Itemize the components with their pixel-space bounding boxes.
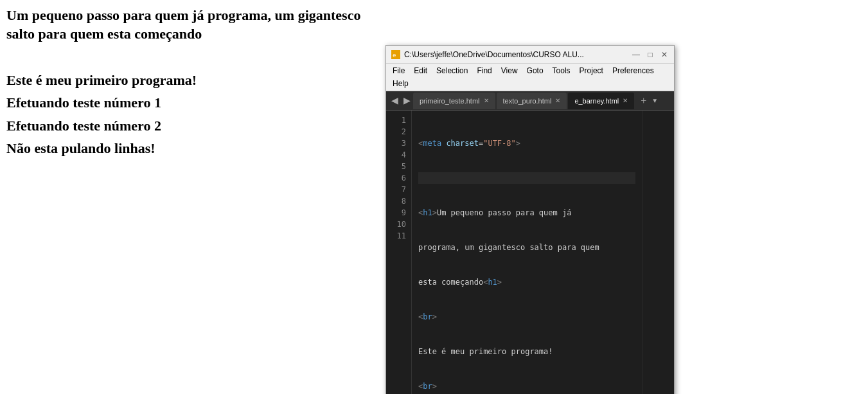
menu-find[interactable]: Find xyxy=(473,65,495,76)
menu-edit[interactable]: Edit xyxy=(410,65,431,76)
code-content: <meta charset="UTF-8"> ​ <h1>Um pequeno … xyxy=(412,111,642,394)
new-tab-button[interactable]: + xyxy=(637,95,650,107)
menu-bar: File Edit Selection Find View Goto Tools… xyxy=(386,64,674,91)
tab-dropdown-button[interactable]: ▼ xyxy=(650,97,659,104)
menu-selection[interactable]: Selection xyxy=(432,65,472,76)
editor-window: e C:\Users\jeffe\OneDrive\Documentos\CUR… xyxy=(385,45,675,394)
app-icon: e xyxy=(391,50,400,59)
close-button[interactable]: ✕ xyxy=(660,50,669,59)
tab-next-button[interactable]: ▶ xyxy=(401,95,413,106)
tab-label-barney: e_barney.html xyxy=(574,97,619,105)
tab-prev-button[interactable]: ◀ xyxy=(389,95,401,106)
left-panel: Um pequeno passo para quem já programa, … xyxy=(6,6,373,159)
tab-primeiro[interactable]: primeiro_teste.html ✕ xyxy=(413,93,495,109)
menu-tools[interactable]: Tools xyxy=(549,65,574,76)
menu-view[interactable]: View xyxy=(497,65,522,76)
code-area: 1 2 3 4 5 6 7 8 9 10 11 <meta charset="U… xyxy=(386,111,674,394)
maximize-button[interactable]: □ xyxy=(646,50,655,59)
output-line-2: Efetuando teste número 1 xyxy=(6,91,373,114)
window-title: C:\Users\jeffe\OneDrive\Documentos\CURSO… xyxy=(404,50,632,59)
menu-preferences[interactable]: Preferences xyxy=(608,65,658,76)
page-title: Um pequeno passo para quem já programa, … xyxy=(6,6,373,43)
window-controls: — □ ✕ xyxy=(632,50,669,59)
tab-close-texto[interactable]: ✕ xyxy=(555,97,560,104)
output-line-4: Não esta pulando linhas! xyxy=(6,137,373,159)
minimize-button[interactable]: — xyxy=(632,50,641,59)
title-bar: e C:\Users\jeffe\OneDrive\Documentos\CUR… xyxy=(386,46,674,64)
minimap xyxy=(642,111,674,394)
menu-project[interactable]: Project xyxy=(576,65,607,76)
line-numbers: 1 2 3 4 5 6 7 8 9 10 11 xyxy=(386,111,412,394)
tabs-bar: ◀ ▶ primeiro_teste.html ✕ texto_puro.htm… xyxy=(386,91,674,111)
tab-texto[interactable]: texto_puro.html ✕ xyxy=(497,93,567,109)
tab-close-primeiro[interactable]: ✕ xyxy=(484,97,489,104)
tab-barney[interactable]: e_barney.html ✕ xyxy=(568,93,634,109)
menu-file[interactable]: File xyxy=(389,65,409,76)
output-line-3: Efetuando teste número 2 xyxy=(6,114,373,137)
output-text: Este é meu primeiro programa! Efetuando … xyxy=(6,69,373,159)
svg-text:e: e xyxy=(393,52,396,58)
menu-goto[interactable]: Goto xyxy=(523,65,547,76)
tab-close-barney[interactable]: ✕ xyxy=(623,97,628,104)
output-line-1: Este é meu primeiro programa! xyxy=(6,69,373,91)
tab-label-primeiro: primeiro_teste.html xyxy=(420,97,480,105)
tab-label-texto: texto_puro.html xyxy=(503,97,552,105)
menu-help[interactable]: Help xyxy=(389,78,412,89)
